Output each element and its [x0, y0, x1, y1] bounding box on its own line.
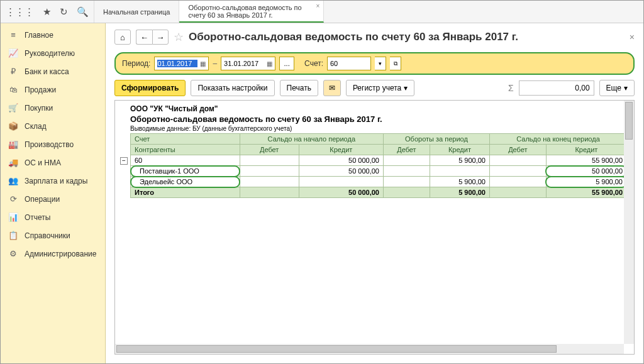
sidebar-item-label: Отчеты: [25, 213, 50, 222]
account-dropdown-button[interactable]: ▾: [375, 57, 386, 70]
register-button[interactable]: Регистр учета ▾: [346, 80, 414, 96]
table-row[interactable]: Поставщик-1 ООО50 000,0050 000,00: [131, 166, 627, 177]
th-contr: Контрагенты: [131, 145, 240, 155]
table-row[interactable]: 6050 000,005 900,0055 900,00: [131, 155, 627, 166]
th-credit: Кредит: [299, 145, 383, 155]
sidebar-item-sales[interactable]: 🛍Продажи: [1, 80, 105, 99]
report-area: ООО "УК "Чистый дом" Оборотно-сальдовая …: [114, 100, 635, 355]
bag-icon: 🛍: [8, 85, 18, 94]
report-title: Оборотно-сальдовая ведомость по счету 60…: [130, 114, 628, 124]
cart-icon: 🛒: [8, 103, 18, 113]
calendar-icon[interactable]: ▦: [267, 60, 272, 67]
more-button[interactable]: Еще ▾: [599, 80, 635, 96]
sidebar-item-manager[interactable]: 📈Руководителю: [1, 44, 105, 62]
account-input[interactable]: [327, 57, 371, 70]
gear-icon: ⚙: [8, 249, 18, 258]
account-open-button[interactable]: ⧉: [390, 57, 401, 70]
clipboard-icon: 📋: [8, 231, 18, 240]
scrollbar-horizontal[interactable]: [115, 344, 624, 354]
period-to-field[interactable]: [224, 60, 264, 67]
table-row[interactable]: Эдельвейс ООО5 900,005 900,00: [131, 177, 627, 187]
report-subtitle: Выводимые данные: БУ (данные бухгалтерск…: [130, 125, 628, 132]
sidebar-item-warehouse[interactable]: 📦Склад: [1, 117, 105, 135]
sidebar: ≡Главное 📈Руководителю ₽Банк и касса 🛍Пр…: [1, 23, 106, 363]
tab-report[interactable]: Оборотно-сальдовая ведомость по счету 60…: [179, 1, 324, 23]
period-bar: Период: ▦ – ▦ ... Счет: ▾ ⧉: [114, 52, 635, 75]
sidebar-item-label: Продажи: [25, 85, 56, 94]
page-header: ⌂ ← → ☆ Оборотно-сальдовая ведомость по …: [106, 23, 643, 50]
home-button[interactable]: ⌂: [114, 30, 131, 45]
close-icon[interactable]: ×: [316, 3, 320, 9]
th-turn: Обороты за период: [383, 134, 489, 145]
sum-input[interactable]: [519, 80, 594, 96]
forward-button[interactable]: →: [152, 30, 169, 45]
sidebar-item-directories[interactable]: 📋Справочники: [1, 226, 105, 245]
account-label: Счет:: [304, 59, 323, 68]
chevron-down-icon: ▾: [624, 84, 628, 92]
search-icon[interactable]: 🔍: [77, 6, 89, 18]
truck-icon: 🚚: [8, 158, 18, 167]
sidebar-item-label: Склад: [25, 122, 47, 131]
sidebar-item-label: ОС и НМА: [25, 158, 61, 167]
th-credit: Кредит: [546, 145, 626, 155]
th-debit: Дебет: [489, 145, 546, 155]
th-credit: Кредит: [430, 145, 489, 155]
table-row-total: Итого50 000,005 900,0055 900,00: [131, 187, 627, 198]
favorites-icon[interactable]: ★: [43, 6, 51, 18]
topbar: ⋮⋮⋮ ★ ↻ 🔍 Начальная страница Оборотно-са…: [1, 1, 643, 23]
sidebar-item-admin[interactable]: ⚙Администрирование: [1, 245, 105, 263]
chevron-down-icon: ▾: [404, 84, 408, 92]
period-from-input[interactable]: ▦: [154, 57, 209, 70]
toolbar: Сформировать Показать настройки Печать ✉…: [114, 80, 635, 96]
th-debit: Дебет: [240, 145, 299, 155]
menu-icon: ≡: [8, 30, 18, 40]
sidebar-item-label: Производство: [25, 140, 74, 149]
th-debit: Дебет: [383, 145, 430, 155]
tree-collapse-button[interactable]: −: [120, 157, 128, 165]
calendar-icon[interactable]: ▦: [200, 60, 206, 67]
history-icon[interactable]: ↻: [60, 6, 68, 18]
close-page-button[interactable]: ×: [630, 32, 635, 42]
tab-report-label: Оборотно-сальдовая ведомость по счету 60…: [188, 4, 314, 19]
back-button[interactable]: ←: [136, 30, 152, 45]
sidebar-item-label: Главное: [25, 31, 53, 40]
dash: –: [213, 59, 217, 68]
star-icon[interactable]: ☆: [174, 30, 184, 44]
print-button[interactable]: Печать: [280, 80, 318, 96]
settings-button[interactable]: Показать настройки: [191, 80, 274, 96]
mail-icon: ✉: [329, 84, 335, 92]
sidebar-item-label: Покупки: [25, 104, 53, 113]
factory-icon: 🏭: [8, 140, 18, 149]
form-button[interactable]: Сформировать: [114, 80, 186, 96]
period-from-field[interactable]: [157, 60, 197, 67]
chart-icon: 📈: [8, 48, 18, 58]
sidebar-item-bank[interactable]: ₽Банк и касса: [1, 62, 105, 80]
th-account: Счет: [131, 134, 240, 145]
period-label: Период:: [122, 59, 150, 68]
report-table: Счет Сальдо на начало периода Обороты за…: [130, 133, 627, 198]
tabs: Начальная страница Оборотно-сальдовая ве…: [94, 1, 324, 23]
cycle-icon: ⟳: [8, 194, 18, 204]
sidebar-item-salary[interactable]: 👥Зарплата и кадры: [1, 172, 105, 190]
apps-icon[interactable]: ⋮⋮⋮: [6, 6, 34, 18]
sidebar-item-purchases[interactable]: 🛒Покупки: [1, 99, 105, 117]
sidebar-item-reports[interactable]: 📊Отчеты: [1, 208, 105, 226]
period-select-button[interactable]: ...: [279, 57, 294, 70]
scrollbar-vertical[interactable]: [624, 101, 634, 344]
mail-button[interactable]: ✉: [323, 80, 341, 96]
sidebar-item-production[interactable]: 🏭Производство: [1, 135, 105, 153]
th-end: Сальдо на конец периода: [489, 134, 626, 145]
sidebar-item-label: Справочники: [25, 231, 70, 240]
sidebar-item-main[interactable]: ≡Главное: [1, 26, 105, 44]
sidebar-item-label: Банк и касса: [25, 67, 69, 76]
sidebar-item-assets[interactable]: 🚚ОС и НМА: [1, 153, 105, 172]
period-to-input[interactable]: ▦: [221, 57, 275, 70]
sidebar-item-operations[interactable]: ⟳Операции: [1, 190, 105, 208]
sidebar-item-label: Руководителю: [25, 49, 75, 58]
sidebar-item-label: Администрирование: [25, 250, 96, 258]
org-name: ООО "УК "Чистый дом": [130, 104, 628, 113]
ruble-icon: ₽: [8, 67, 18, 76]
tab-start-page[interactable]: Начальная страница: [94, 1, 179, 23]
box-icon: 📦: [8, 121, 18, 131]
th-start: Сальдо на начало периода: [240, 134, 383, 145]
